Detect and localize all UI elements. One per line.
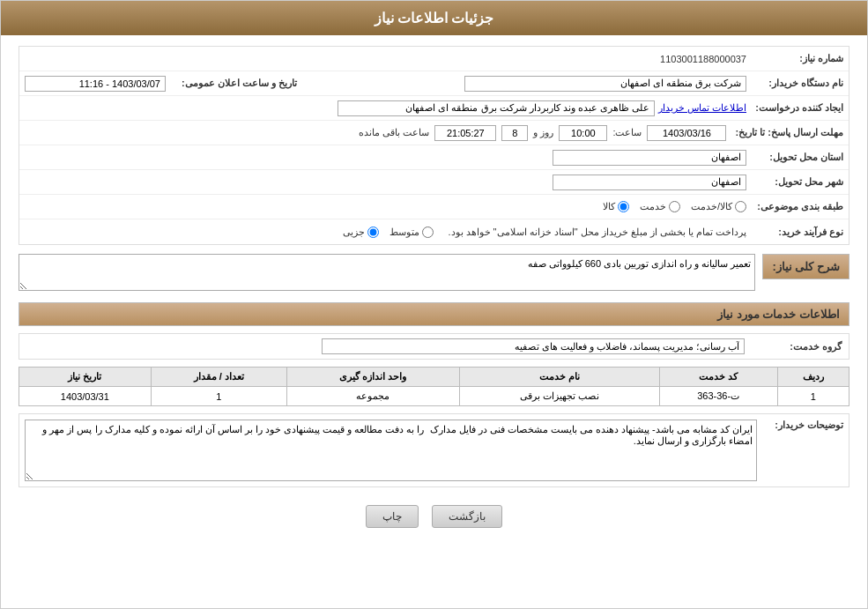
buyer-agency-label: نام دستگاه خریدار:	[746, 78, 843, 89]
buyer-agency-value	[386, 76, 747, 92]
deadline-remaining-label: ساعت باقی مانده	[359, 127, 429, 138]
purchase-type-option-jozei[interactable]: جزیی	[343, 227, 379, 238]
col-row: ردیف	[777, 368, 849, 387]
service-group-input[interactable]	[322, 338, 745, 354]
province-row: استان محل تحویل:	[19, 145, 849, 170]
services-table-body: 1ت-36-363نصب تجهیزات برقیمجموعه11403/03/…	[19, 387, 849, 406]
need-number-label: شماره نیاز:	[746, 53, 843, 64]
deadline-days-input[interactable]	[501, 125, 528, 141]
need-number-value: 1103001188000037	[25, 54, 746, 64]
col-code: کد خدمت	[659, 368, 777, 387]
purchase-type-row: نوع فرآیند خرید: پرداخت تمام یا بخشی از …	[19, 219, 849, 244]
city-input[interactable]	[553, 175, 746, 190]
city-value-area	[25, 175, 746, 190]
deadline-time-label: ساعت:	[612, 127, 642, 138]
services-section-title: اطلاعات خدمات مورد نیاز	[19, 302, 849, 326]
purchase-type-note: پرداخت تمام یا بخشی از مبلغ خریداز محل "…	[448, 227, 746, 238]
services-table-header-row: ردیف کد خدمت نام خدمت واحد اندازه گیری ت…	[19, 368, 849, 387]
category-option-kala-khedmat[interactable]: کالا/خدمت	[691, 201, 746, 212]
category-radio-kala-khedmat[interactable]	[735, 201, 746, 212]
purchase-type-radio-jozei[interactable]	[367, 227, 379, 238]
buyer-notes-label: توضیحات خریدار:	[764, 420, 843, 431]
buyer-agency-row: نام دستگاه خریدار: تاریخ و ساعت اعلان عم…	[19, 71, 849, 96]
deadline-day-label: روز و	[533, 127, 553, 138]
page-title: جزئیات اطلاعات نیاز	[375, 11, 494, 26]
need-description-label: شرح کلی نیاز:	[772, 260, 840, 273]
creator-row: ایجاد کننده درخواست: اطلاعات تماس خریدار	[19, 96, 849, 121]
services-table: ردیف کد خدمت نام خدمت واحد اندازه گیری ت…	[19, 367, 849, 406]
service-group-row: گروه خدمت:	[19, 333, 849, 360]
creator-label: ایجاد کننده درخواست:	[746, 102, 843, 114]
purchase-type-area: پرداخت تمام یا بخشی از مبلغ خریداز محل "…	[25, 227, 746, 238]
category-radio-khedmat[interactable]	[669, 201, 680, 212]
buyer-notes-section: توضیحات خریدار: ایران کد مشابه می باشد- …	[19, 413, 849, 487]
back-button[interactable]: بازگشت	[432, 505, 502, 528]
table-row: 1ت-36-363نصب تجهیزات برقیمجموعه11403/03/…	[19, 387, 849, 406]
buyer-notes-textarea[interactable]: ایران کد مشابه می باشد- پیشنهاد دهنده می…	[25, 420, 757, 481]
city-label: شهر محل تحویل:	[746, 176, 843, 188]
purchase-type-label: نوع فرآیند خرید:	[746, 227, 843, 238]
category-option-khedmat[interactable]: خدمت	[640, 201, 680, 212]
deadline-area: ساعت: روز و ساعت باقی مانده	[25, 125, 726, 141]
deadline-row: مهلت ارسال پاسخ: تا تاریخ: ساعت: روز و س…	[19, 121, 849, 145]
service-group-label: گروه خدمت:	[745, 341, 842, 353]
need-number-row: شماره نیاز: 1103001188000037	[19, 47, 849, 71]
col-name: نام خدمت	[459, 368, 659, 387]
category-option-kala[interactable]: کالا	[603, 201, 629, 212]
need-description-textarea[interactable]: تعمیر سالیانه و راه اندازی توربین بادی 6…	[19, 254, 755, 291]
print-button[interactable]: چاپ	[366, 505, 419, 528]
province-label: استان محل تحویل:	[746, 152, 843, 163]
need-description-title: شرح کلی نیاز:	[762, 254, 849, 279]
category-label: طبقه بندی موضوعی:	[746, 201, 843, 212]
col-date: تاریخ نیاز	[19, 368, 152, 387]
deadline-label: مهلت ارسال پاسخ: تا تاریخ:	[726, 127, 843, 138]
col-qty: تعداد / مقدار	[151, 368, 286, 387]
deadline-date-input[interactable]	[647, 125, 726, 141]
purchase-type-radio-motavasset[interactable]	[422, 227, 434, 238]
deadline-remaining-input[interactable]	[434, 125, 496, 141]
province-value-area	[25, 150, 746, 166]
services-table-head: ردیف کد خدمت نام خدمت واحد اندازه گیری ت…	[19, 368, 849, 387]
deadline-time-input[interactable]	[559, 125, 607, 141]
creator-contact-link[interactable]: اطلاعات تماس خریدار	[658, 102, 746, 114]
page-header: جزئیات اطلاعات نیاز	[1, 1, 867, 35]
need-description-section: شرح کلی نیاز: تعمیر سالیانه و راه اندازی…	[19, 254, 849, 293]
creator-input[interactable]	[338, 100, 655, 116]
announce-date-input[interactable]	[25, 76, 166, 92]
category-options: کالا/خدمت خدمت کالا	[25, 201, 746, 212]
need-description-input-area: تعمیر سالیانه و راه اندازی توربین بادی 6…	[19, 254, 755, 293]
buyer-agency-input[interactable]	[464, 76, 746, 92]
main-info-section: شماره نیاز: 1103001188000037 نام دستگاه …	[19, 46, 849, 245]
city-row: شهر محل تحویل:	[19, 170, 849, 195]
action-buttons: بازگشت چاپ	[19, 496, 849, 537]
creator-value-area: اطلاعات تماس خریدار	[25, 100, 746, 116]
service-group-value-area	[26, 338, 745, 354]
category-radio-kala[interactable]	[618, 201, 629, 212]
col-unit: واحد اندازه گیری	[286, 368, 459, 387]
announce-date-label: تاریخ و ساعت اعلان عمومی:	[173, 78, 297, 89]
category-row: طبقه بندی موضوعی: کالا/خدمت خدمت کالا	[19, 195, 849, 219]
province-input[interactable]	[553, 150, 746, 166]
purchase-type-option-motavasset[interactable]: متوسط	[389, 227, 434, 238]
